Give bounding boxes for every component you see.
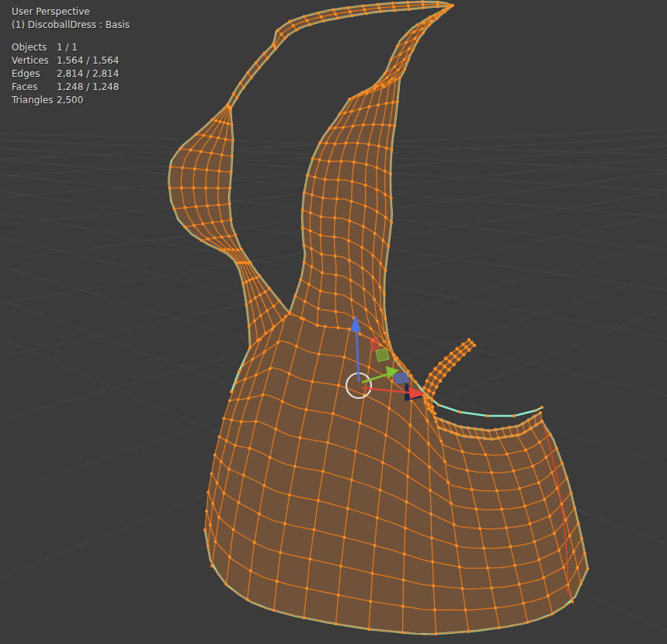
vertex-dot — [339, 113, 342, 116]
vertex-dot — [435, 385, 439, 389]
vertex-dot — [302, 15, 305, 18]
vertex-dot — [567, 583, 570, 586]
vertex-dot — [322, 19, 325, 23]
wire-column — [384, 7, 450, 87]
vertex-dot — [231, 123, 234, 126]
vertex-dot — [280, 33, 283, 36]
vertex-dot — [261, 393, 264, 396]
vertex-dot — [455, 347, 459, 351]
vertex-dot — [207, 237, 210, 241]
vertex-dot — [255, 61, 258, 64]
vertex-dot — [217, 170, 221, 173]
vertex-dot — [181, 166, 184, 169]
gizmo-x-plane-handle[interactable] — [370, 337, 379, 351]
vertex-dot — [436, 17, 439, 20]
vertex-dot — [373, 232, 377, 235]
vertex-dot — [335, 197, 339, 200]
vertex-dot — [284, 315, 287, 318]
vertex-dot — [272, 43, 275, 46]
vertex-dot — [437, 403, 440, 407]
vertex-dot — [426, 379, 429, 383]
vertex-dot — [221, 154, 224, 157]
vertex-dot — [558, 549, 561, 552]
vertex-dot — [334, 293, 337, 296]
vertex-dot — [537, 558, 540, 561]
vertex-dot — [221, 220, 224, 223]
vertex-dot — [249, 299, 252, 303]
vertex-dot — [505, 526, 508, 529]
vertex-dot — [512, 469, 515, 473]
vertex-dot — [337, 594, 340, 597]
vertex-dot — [367, 628, 370, 631]
vertex-dot — [415, 40, 419, 43]
gizmo-z-plane-handle[interactable] — [394, 373, 408, 383]
vertex-dot — [509, 545, 512, 549]
vertex-dot — [426, 419, 429, 422]
vertex-dot — [248, 346, 252, 349]
vertex-dot — [347, 239, 350, 242]
vertex-dot — [259, 293, 262, 296]
vertex-dot — [240, 421, 243, 424]
vertex-dot — [303, 261, 306, 264]
3d-viewport[interactable]: User Perspective (1) DiscoballDress : Ba… — [0, 0, 667, 644]
vertex-dot — [272, 305, 275, 308]
vertex-dot — [388, 123, 391, 126]
vertex-dot — [245, 303, 248, 306]
vertex-dot — [427, 403, 431, 407]
vertex-dot — [359, 421, 362, 424]
vertex-dot — [264, 290, 267, 293]
vertex-dot — [432, 392, 436, 396]
vertex-dot — [553, 531, 556, 535]
vertex-dot — [320, 252, 323, 255]
vertex-dot — [435, 632, 438, 635]
vertex-dot — [335, 622, 338, 625]
vertex-dot — [258, 512, 261, 515]
vertex-dot — [396, 100, 399, 103]
vertex-dot — [245, 598, 248, 601]
vertex-dot — [342, 355, 346, 358]
vertex-dot — [313, 528, 316, 531]
vertex-dot — [573, 507, 576, 510]
vertex-dot — [346, 507, 349, 510]
viewport-canvas[interactable] — [0, 0, 667, 644]
gizmo-y-plane-handle[interactable] — [376, 348, 389, 362]
dress-mesh[interactable] — [168, 2, 588, 635]
vertex-dot — [384, 268, 387, 272]
vertex-dot — [349, 10, 352, 13]
vertex-dot — [403, 552, 406, 556]
vertex-dot — [224, 583, 228, 586]
vertex-dot — [227, 122, 230, 125]
vertex-dot — [377, 6, 380, 9]
vertex-dot — [365, 163, 368, 166]
vertex-dot — [443, 460, 446, 463]
vertex-dot — [217, 187, 220, 190]
vertex-dot — [228, 399, 231, 402]
vertex-dot — [402, 579, 405, 582]
vertex-dot — [407, 369, 410, 372]
vertex-dot — [420, 27, 423, 30]
vertex-dot — [535, 424, 538, 427]
vertex-dot — [334, 254, 337, 258]
vertex-dot — [349, 279, 353, 282]
vertex-dot — [443, 365, 446, 369]
vertex-dot — [228, 186, 231, 189]
vertex-dot — [301, 209, 304, 212]
vertex-dot — [228, 468, 231, 471]
vertex-dot — [583, 552, 586, 555]
vertex-dot — [571, 601, 574, 604]
vertex-dot — [319, 289, 322, 293]
vertex-dot — [364, 184, 367, 187]
vertex-dot — [383, 293, 386, 296]
vertex-dot — [408, 8, 411, 11]
vertex-dot — [310, 248, 313, 251]
vertex-dot — [172, 207, 175, 210]
vertex-dot — [222, 492, 225, 495]
vertex-dot — [393, 9, 396, 12]
vertex-dot — [367, 143, 370, 146]
vertex-dot — [234, 444, 237, 447]
vertex-dot — [361, 91, 364, 94]
vertex-dot — [412, 30, 415, 33]
vertex-dot — [422, 22, 426, 25]
vertex-dot — [379, 262, 382, 265]
vertex-dot — [210, 118, 214, 121]
